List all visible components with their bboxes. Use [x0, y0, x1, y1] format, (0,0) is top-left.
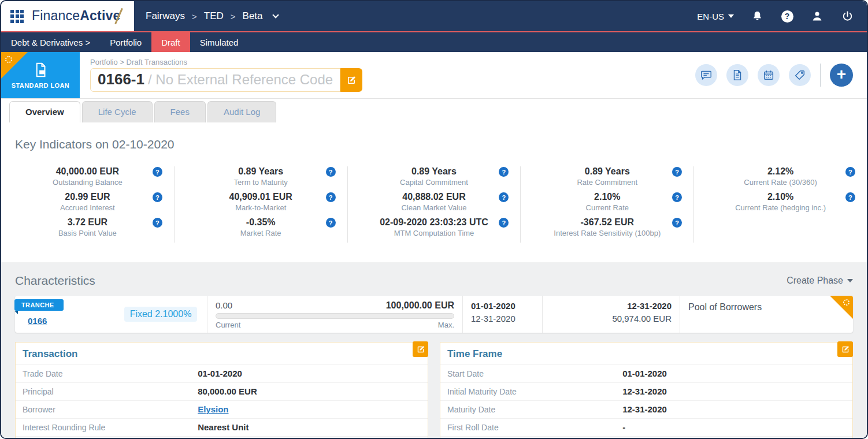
- notifications-bell-icon[interactable]: [750, 9, 764, 23]
- help-icon[interactable]: [845, 192, 855, 202]
- tags-button[interactable]: [789, 64, 811, 86]
- nav-item-simulated[interactable]: Simulated: [190, 32, 248, 52]
- ki-accrued-interest: 20.99 EUR Accrued Interest: [6, 192, 169, 212]
- ki-basis-point-value: 3.72 EUR Basis Point Value: [6, 217, 169, 237]
- page-breadcrumb: Portfolio > Draft Transactions: [90, 58, 362, 66]
- breadcrumb-beta[interactable]: Beta: [243, 10, 263, 22]
- edit-icon: [417, 345, 425, 354]
- tranche-dates-cell: 01-01-2020 12-31-2020: [462, 296, 542, 333]
- edit-title-button[interactable]: [340, 68, 362, 92]
- key-indicators-title: Key Indicators on 02-10-2020: [1, 137, 867, 151]
- help-icon[interactable]: [153, 192, 162, 202]
- add-button[interactable]: [830, 64, 853, 87]
- table-row: Principal 80,000.00 EUR: [16, 382, 428, 400]
- tab-overview[interactable]: Overview: [9, 101, 80, 122]
- ki-market-rate: -0.35% Market Rate: [179, 217, 343, 237]
- tab-audit-log[interactable]: Audit Log: [207, 101, 276, 122]
- tranche-badge: TRANCHE: [14, 299, 64, 311]
- nav-item-draft[interactable]: Draft: [151, 32, 190, 52]
- documents-button[interactable]: [726, 64, 748, 86]
- logout-power-icon[interactable]: [840, 9, 854, 23]
- top-bar: FinanceActive Fairways > TED > Beta EN-U…: [1, 1, 867, 32]
- borrower-link[interactable]: Elysion: [198, 404, 228, 414]
- help-icon[interactable]: [326, 192, 336, 202]
- chevron-down-icon[interactable]: [272, 12, 279, 18]
- tab-life-cycle[interactable]: Life Cycle: [82, 101, 153, 122]
- help-icon[interactable]: [672, 218, 682, 228]
- calendar-button[interactable]: [758, 64, 780, 86]
- edit-icon: [347, 76, 356, 85]
- help-icon[interactable]: [499, 218, 509, 228]
- help-icon[interactable]: [153, 167, 162, 177]
- ki-current-rate: 2.10% Current Rate: [525, 192, 689, 212]
- top-bar-actions: EN-US: [697, 1, 867, 31]
- utilization-progress-bar: [216, 313, 454, 319]
- ki-column-2: 0.89 Years Term to Maturity 40,909.01 EU…: [175, 166, 348, 243]
- ki-column-1: 40,000.00 EUR Outstanding Balance 20.99 …: [1, 166, 175, 243]
- comments-button[interactable]: [695, 64, 717, 86]
- corner-flag: [830, 296, 853, 319]
- fixed-rate-pill: Fixed 2.1000%: [124, 307, 198, 322]
- help-icon[interactable]: [672, 167, 682, 177]
- table-row: Start Date 01-01-2020: [440, 364, 852, 382]
- transaction-title: Transaction: [16, 343, 428, 364]
- current-label: Current: [216, 321, 240, 329]
- breadcrumb-ted[interactable]: TED: [204, 10, 224, 22]
- help-icon[interactable]: [499, 167, 509, 177]
- eu-flag-icon: [843, 299, 850, 306]
- language-selector[interactable]: EN-US: [697, 12, 734, 21]
- current-amount: 0.00: [216, 300, 232, 311]
- document-icon: [731, 69, 744, 81]
- ki-column-4: 0.89 Years Rate Commitment 2.10% Current…: [521, 166, 694, 243]
- app-launcher-icon[interactable]: [10, 10, 24, 23]
- brand-logo: FinanceActive: [32, 8, 120, 25]
- help-icon[interactable]: [326, 167, 336, 177]
- logo-area: FinanceActive: [1, 1, 134, 31]
- tranche-start-date: 01-01-2020: [471, 301, 542, 311]
- table-row: Initial Maturity Date 12-31-2020: [440, 382, 852, 400]
- edit-time-frame-button[interactable]: [837, 341, 853, 357]
- help-icon[interactable]: [153, 218, 162, 228]
- create-phase-dropdown[interactable]: Create Phase: [787, 276, 853, 286]
- time-frame-card: Time Frame Start Date 01-01-2020 Initial…: [440, 342, 853, 439]
- ki-mtm-computation-time: 02-09-2020 23:03:23 UTC MTM Computation …: [353, 217, 516, 237]
- table-row: Interest Rounding Rule Nearest Unit: [16, 418, 428, 436]
- tranche-id-link[interactable]: 0166: [28, 316, 114, 326]
- ki-interest-rate-sensitivity: -367.52 EUR Interest Rate Sensitivity (1…: [525, 217, 689, 237]
- help-icon[interactable]: [780, 9, 794, 23]
- edit-icon: [841, 345, 850, 354]
- module-nav: Debt & Derivatives > Portfolio Draft Sim…: [1, 32, 867, 52]
- ki-column-5: 2.12% Current Rate (30/360) 2.10% Curren…: [694, 166, 867, 243]
- breadcrumb: Fairways > TED > Beta: [146, 1, 278, 31]
- tranche-borrower-cell: Pool of Borrowers: [680, 296, 853, 333]
- nav-item-debt-derivatives[interactable]: Debt & Derivatives >: [1, 32, 100, 52]
- help-icon[interactable]: [499, 192, 509, 202]
- max-label: Max.: [438, 321, 454, 329]
- table-row: Principal Rounding Rule Nearest Unit: [16, 436, 428, 439]
- edit-transaction-button[interactable]: [413, 341, 428, 357]
- user-account-icon[interactable]: [810, 9, 824, 23]
- tab-fees[interactable]: Fees: [154, 101, 206, 122]
- tranche-card: TRANCHE 0166 Fixed 2.1000% 0.00 100,000.…: [15, 296, 853, 333]
- tranche-utilization-cell: 0.00 100,000.00 EUR Current Max.: [207, 296, 462, 333]
- comment-bubble-icon: [700, 69, 713, 81]
- ki-current-rate-hedging: 2.10% Current Rate (hedging inc.): [699, 192, 862, 212]
- help-icon[interactable]: [672, 192, 682, 202]
- ki-rate-commitment: 0.89 Years Rate Commitment: [525, 166, 689, 187]
- characteristics-section: Characteristics Create Phase TRANCHE 016…: [1, 262, 867, 439]
- ki-mark-to-market: 40,909.01 EUR Mark-to-Market: [179, 192, 343, 212]
- title-block: Portfolio > Draft Transactions 0166-1 / …: [80, 52, 362, 98]
- eu-flag-icon: [5, 56, 12, 63]
- breadcrumb-fairways[interactable]: Fairways: [146, 10, 185, 22]
- corner-flag: [1, 52, 28, 79]
- page-header: STANDARD LOAN Portfolio > Draft Transact…: [1, 52, 867, 98]
- tranche-end-date: 12-31-2020: [471, 314, 542, 323]
- ki-term-to-maturity: 0.89 Years Term to Maturity: [179, 166, 343, 187]
- nav-item-portfolio[interactable]: Portfolio: [100, 32, 151, 52]
- table-row: Maturity Date 12-31-2020: [440, 400, 852, 418]
- max-amount: 100,000.00 EUR: [386, 300, 454, 311]
- characteristics-title: Characteristics: [15, 274, 95, 288]
- tag-icon: [793, 69, 806, 81]
- help-icon[interactable]: [326, 218, 336, 228]
- help-icon[interactable]: [845, 167, 855, 177]
